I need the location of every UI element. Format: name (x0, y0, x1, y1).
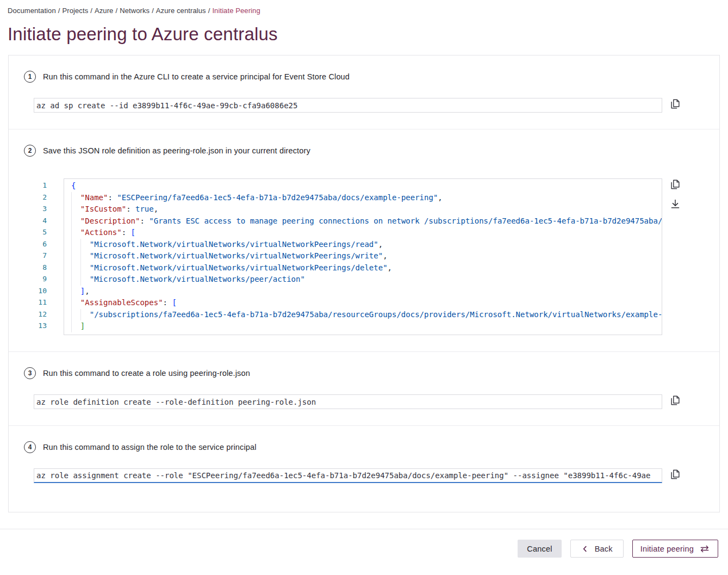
line-number: 10 (34, 285, 47, 297)
line-number: 12 (34, 308, 47, 320)
code-line: "Microsoft.Network/virtualNetworks/peer/… (71, 274, 662, 286)
code-line: "Name": "ESCPeering/fa7eed6a-1ec5-4efa-b… (71, 192, 662, 204)
code-line: "Microsoft.Network/virtualNetworks/virtu… (71, 262, 662, 274)
back-button-label: Back (595, 545, 613, 553)
wizard-card: 1 Run this command in the Azure CLI to c… (8, 55, 720, 512)
breadcrumb-separator: / (113, 7, 120, 15)
line-number: 6 (34, 238, 47, 250)
copy-icon (669, 468, 681, 480)
breadcrumb-link[interactable]: Azure (95, 7, 113, 15)
breadcrumb-link[interactable]: Projects (62, 7, 88, 15)
initiate-peering-label: Initiate peering (640, 545, 694, 553)
breadcrumb-current: Initiate Peering (212, 7, 260, 15)
breadcrumb-separator: / (88, 7, 95, 15)
download-icon (669, 198, 681, 210)
step-instruction: Save this JSON role definition as peerin… (43, 146, 310, 155)
swap-arrows-icon (699, 543, 710, 554)
download-button[interactable] (669, 198, 681, 210)
line-number: 11 (34, 296, 47, 308)
breadcrumb-link[interactable]: Azure centralus (156, 7, 206, 15)
step-number-badge: 4 (24, 441, 36, 453)
step-3-section: 3 Run this command to create a role usin… (9, 351, 719, 425)
code-line: "Actions": [ (71, 227, 662, 239)
footer-actions: Cancel Back Initiate peering (0, 529, 728, 568)
cancel-button[interactable]: Cancel (518, 540, 561, 558)
copy-icon (669, 178, 681, 190)
cli-command-input[interactable] (34, 468, 662, 483)
line-number: 14 (34, 332, 47, 336)
breadcrumb: Documentation/Projects/Azure/Networks/Az… (8, 7, 719, 15)
step-1-section: 1 Run this command in the Azure CLI to c… (9, 55, 719, 129)
line-number: 7 (34, 250, 47, 262)
step-instruction: Run this command to assign the role to t… (43, 443, 257, 452)
line-number: 3 (34, 203, 47, 215)
cli-command-input[interactable] (34, 98, 662, 113)
json-editor-lines: { "Name": "ESCPeering/fa7eed6a-1ec5-4efa… (71, 180, 662, 335)
copy-icon (669, 98, 681, 110)
breadcrumb-separator: / (150, 7, 156, 15)
back-button[interactable]: Back (570, 540, 624, 558)
copy-button[interactable] (669, 98, 681, 110)
line-number: 13 (34, 320, 47, 332)
line-number: 4 (34, 215, 47, 227)
code-line: } (71, 332, 662, 336)
page-title: Initiate peering to Azure centralus (8, 24, 719, 45)
code-line: ], (71, 286, 662, 298)
breadcrumb-separator: / (206, 7, 213, 15)
breadcrumb-link[interactable]: Documentation (8, 7, 56, 15)
line-number: 8 (34, 262, 47, 274)
step-2-section: 2 Save this JSON role definition as peer… (9, 129, 719, 351)
step-4-section: 4 Run this command to assign the role to… (9, 425, 719, 512)
line-number: 1 (34, 180, 47, 191)
copy-icon (669, 394, 681, 406)
copy-button[interactable] (669, 178, 681, 190)
breadcrumb-separator: / (56, 7, 63, 15)
chevron-left-icon (581, 545, 589, 553)
code-line: "IsCustom": true, (71, 203, 662, 215)
code-line: { (71, 180, 662, 192)
page-header: Documentation/Projects/Azure/Networks/Az… (0, 0, 728, 45)
line-number: 2 (34, 191, 47, 203)
json-editor[interactable]: { "Name": "ESCPeering/fa7eed6a-1ec5-4efa… (64, 178, 662, 335)
code-line: "Description": "Grants ESC access to man… (71, 215, 662, 227)
code-line: "AssignableScopes": [ (71, 297, 662, 309)
step-number-badge: 1 (24, 71, 36, 83)
breadcrumb-link[interactable]: Networks (120, 7, 150, 15)
step-instruction: Run this command in the Azure CLI to cre… (43, 72, 350, 81)
code-line: "Microsoft.Network/virtualNetworks/virtu… (71, 239, 662, 251)
cli-command-input[interactable] (34, 394, 662, 409)
code-line: "Microsoft.Network/virtualNetworks/virtu… (71, 250, 662, 262)
step-number-badge: 3 (24, 367, 36, 379)
code-line: "/subscriptions/fa7eed6a-1ec5-4efa-b71a-… (71, 309, 662, 321)
copy-button[interactable] (669, 468, 681, 480)
line-number: 9 (34, 273, 47, 285)
code-line: ] (71, 320, 662, 332)
copy-button[interactable] (669, 394, 681, 406)
line-number: 5 (34, 226, 47, 238)
initiate-peering-button[interactable]: Initiate peering (632, 540, 718, 558)
step-instruction: Run this command to create a role using … (43, 369, 250, 378)
step-number-badge: 2 (24, 145, 36, 157)
editor-line-numbers: 1234567891011121314 (34, 178, 64, 335)
